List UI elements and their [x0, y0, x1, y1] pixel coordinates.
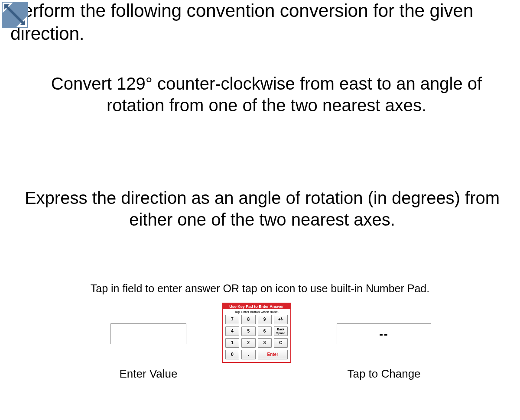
response-instruction: Express the direction as an angle of rot… [17, 187, 507, 230]
key-plus-minus[interactable]: +/- [274, 315, 288, 324]
keypad-subtitle: Tap Enter button when done. [223, 309, 290, 315]
question-subtitle: Convert 129° counter-clockwise from east… [26, 73, 507, 116]
key-9[interactable]: 9 [258, 315, 272, 324]
question-title: Perform the following convention convers… [10, 0, 511, 45]
keypad-grid: 7 8 9 +/- 4 5 6 Back Space 1 2 3 C 0 . E… [223, 315, 290, 362]
key-2[interactable]: 2 [241, 338, 255, 348]
key-enter[interactable]: Enter [258, 350, 288, 359]
unit-selector[interactable]: -- [337, 323, 431, 344]
number-pad[interactable]: Use Key Pad to Enter Answer Tap Enter bu… [222, 303, 291, 363]
answer-input[interactable] [110, 323, 186, 344]
keypad-title: Use Key Pad to Enter Answer [223, 304, 290, 309]
input-helper-text: Tap in field to enter answer OR tap on i… [0, 282, 520, 295]
key-4[interactable]: 4 [225, 326, 239, 336]
key-6[interactable]: 6 [258, 326, 272, 336]
key-5[interactable]: 5 [241, 326, 255, 336]
question-page: Perform the following convention convers… [0, 0, 520, 420]
answer-input-label: Enter Value [110, 367, 186, 381]
key-8[interactable]: 8 [241, 315, 255, 324]
key-3[interactable]: 3 [258, 338, 272, 348]
key-backspace[interactable]: Back Space [274, 326, 288, 336]
expand-icon[interactable] [2, 2, 28, 28]
key-clear[interactable]: C [274, 338, 288, 348]
key-1[interactable]: 1 [225, 338, 239, 348]
key-0[interactable]: 0 [225, 350, 239, 359]
unit-selector-label: Tap to Change [337, 367, 431, 381]
key-7[interactable]: 7 [225, 315, 239, 324]
key-dot[interactable]: . [241, 350, 255, 359]
